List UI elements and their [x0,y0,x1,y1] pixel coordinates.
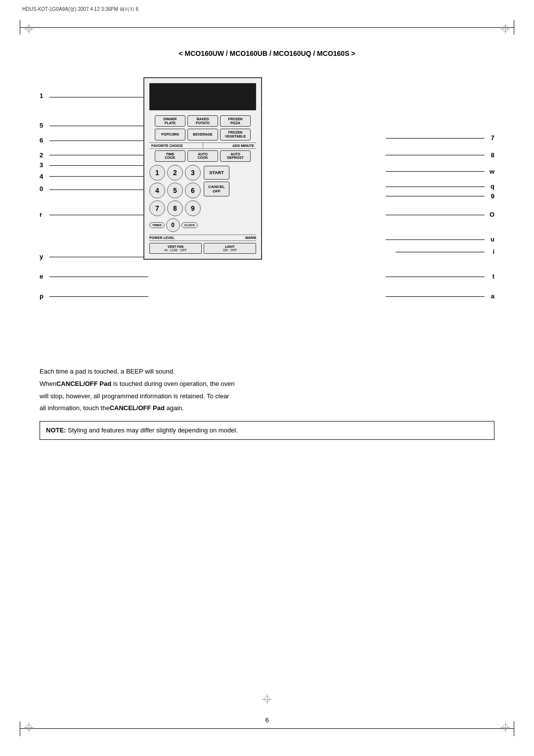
num-6-button[interactable]: 6 [185,183,201,198]
h-line-6 [49,141,148,141]
page-border-top [20,27,514,28]
ann-label-3: 3 [40,161,43,169]
num-2-button[interactable]: 2 [167,165,183,181]
h-line-r7 [386,138,485,139]
dinner-plate-button[interactable]: DINNERPLATE [155,115,185,127]
num-8-button[interactable]: 8 [167,200,183,216]
ann-label-y: y [40,253,43,260]
h-line-3 [49,165,148,166]
h-line-ra [386,296,485,297]
ann-label-p: p [40,292,44,300]
header-area: HDUS-KOT-1G0A9A(영) 2007.4.12 3:36PM 페이지 … [22,6,138,13]
favorite-choice-label: FAVORITE CHOICE [149,143,203,148]
h-line-0 [49,189,148,190]
ann-label-5: 5 [40,122,43,129]
h-line-rq [386,187,485,187]
numpad-section: 1 2 3 4 5 6 7 8 9 TIMER 0 CLOCK [149,165,201,232]
ann-label-6: 6 [40,137,43,144]
auto-cook-button[interactable]: AUTOCOOK [187,150,218,162]
ann-label-9: 9 [491,192,494,200]
num-0-button[interactable]: 0 [166,218,180,232]
right-action-section: START CANCELOFF [204,165,229,232]
frozen-pizza-button[interactable]: FROZENPIZZA [220,115,251,127]
ann-label-0: 0 [40,185,43,192]
h-line-r8 [386,155,485,155]
note-box: NOTE: Styling and features may differ sl… [40,421,494,440]
light-button[interactable]: LIGHTON · OFF [204,243,256,254]
h-line-ru [386,239,485,240]
ann-label-1: 1 [40,92,43,99]
h-line-ri [396,252,485,252]
lower-section: 1 2 3 4 5 6 7 8 9 TIMER 0 CLOCK [149,165,256,232]
btn-row-3: TIMECOOK AUTOCOOK AUTODEFROST [149,150,256,162]
desc-line4: all information, touch theCANCEL/OFF Pad… [40,403,494,414]
ann-label-e: e [40,273,43,280]
num-7-button[interactable]: 7 [149,200,165,216]
beverage-button[interactable]: BEVERAGE [187,129,218,140]
desc-line1: Each time a pad is touched, a BEEP will … [40,367,494,377]
h-line-e [49,277,148,277]
crosshair-tl [24,24,34,34]
cancel-off-bold-1: CANCEL/OFF Pad [56,380,111,387]
num-9-button[interactable]: 9 [185,200,201,216]
num-5-button[interactable]: 5 [167,183,183,198]
cancel-off-button[interactable]: CANCELOFF [204,182,229,196]
num-1-button[interactable]: 1 [149,165,165,181]
start-button[interactable]: START [204,166,229,180]
ann-label-q: q [490,183,494,190]
desc-line2: WhenCANCEL/OFF Pad is touched during ove… [40,379,494,389]
ann-label-r: r [40,211,42,218]
time-cook-button[interactable]: TIMECOOK [155,150,185,162]
h-line-y [49,257,148,257]
description-area: Each time a pad is touched, a BEEP will … [40,367,494,414]
main-content: < MCO160UW / MCO160UB / MCO160UQ / MCO16… [40,40,494,440]
model-title: < MCO160UW / MCO160UB / MCO160UQ / MCO16… [40,49,494,57]
add-minute-label: ADD MINUTE [203,143,257,148]
display-screen [149,83,256,110]
warm-label: WARM [203,236,256,239]
frozen-vegetable-button[interactable]: FROZENVEGETABLE [220,129,251,140]
cancel-off-bold-2: CANCEL/OFF Pad [110,404,165,412]
ann-label-7: 7 [491,134,494,142]
ann-label-u: u [490,236,494,243]
vent-light-row: VENT FANHI · LOW · OFF LIGHTON · OFF [149,243,256,254]
h-line-rO [386,215,485,215]
desc-line3: will stop, however, all programmed infor… [40,391,494,402]
ann-label-2: 2 [40,151,43,159]
popcorn-button[interactable]: POPCORN [155,129,185,140]
btn-row-1: DINNERPLATE BAKEDPOTATO FROZENPIZZA [149,115,256,127]
note-prefix: NOTE: [46,426,66,434]
vent-fan-button[interactable]: VENT FANHI · LOW · OFF [149,243,202,254]
page-number: 6 [0,716,534,724]
ann-label-i: i [492,248,494,255]
h-line-p [49,296,148,297]
num-4-button[interactable]: 4 [149,183,165,198]
crosshair-bl [24,722,34,732]
crosshair-center [262,694,272,704]
h-line-4 [49,176,148,177]
h-line-rw [386,171,485,172]
power-warm-row: POWER LEVEL WARM [149,235,256,241]
fav-add-row: FAVORITE CHOICE ADD MINUTE [149,142,256,149]
note-text: Styling and features may differ slightly… [66,426,237,434]
h-line-1 [49,97,148,97]
h-line-r9 [386,196,485,196]
h-line-5 [49,126,148,126]
btn-row-2: POPCORN BEVERAGE FROZENVEGETABLE [149,129,256,140]
h-line-r [49,215,148,215]
crosshair-br [500,722,510,732]
ann-label-w: w [490,168,494,175]
microwave-panel: DINNERPLATE BAKEDPOTATO FROZENPIZZA POPC… [143,77,262,260]
timer-button[interactable]: TIMER [149,222,165,228]
page-border-left-top [20,20,20,35]
ann-label-a: a [491,292,494,300]
baked-potato-button[interactable]: BAKEDPOTATO [187,115,218,127]
ann-label-8: 8 [491,151,494,159]
num-3-button[interactable]: 3 [185,165,201,181]
clock-button[interactable]: CLOCK [181,222,198,228]
diagram-area: 1 5 6 2 3 4 0 r y e p 7 8 w q 9 O u i t … [40,70,494,357]
auto-defrost-button[interactable]: AUTODEFROST [220,150,251,162]
page-border-right-top [514,20,514,35]
power-level-label: POWER LEVEL [149,236,203,239]
ann-label-O: O [490,211,494,218]
